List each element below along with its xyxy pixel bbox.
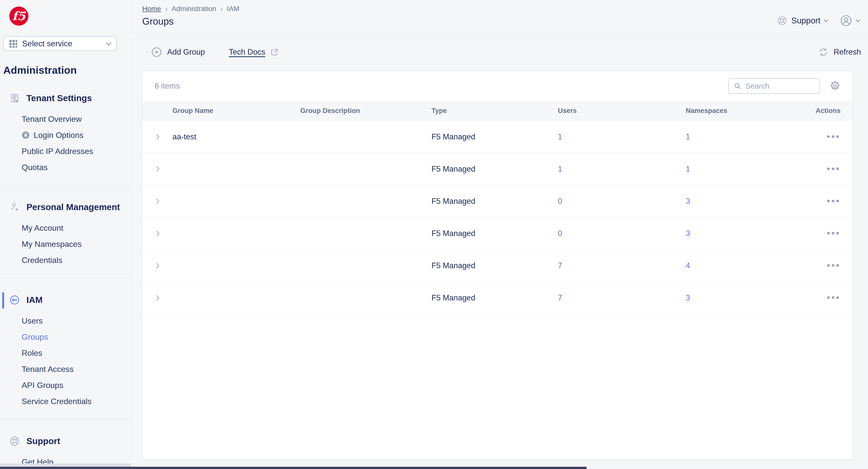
tenant-settings-nav: Tenant Overview Login Options Public IP … — [0, 111, 131, 175]
section-personal-management: Personal Management My Account My Namesp… — [0, 202, 131, 268]
column-group-description: Group Description — [300, 107, 432, 115]
section-header-iam[interactable]: IAM — [0, 295, 131, 305]
row-actions-button[interactable]: ••• — [808, 164, 841, 174]
expand-chevron-icon[interactable] — [155, 261, 161, 270]
groups-table-card: 6 items Gr — [142, 71, 853, 460]
sidebar-item-login-options[interactable]: Login Options — [0, 127, 131, 143]
section-header-personal-management[interactable]: Personal Management — [0, 202, 131, 212]
tech-docs-link[interactable]: Tech Docs — [229, 47, 279, 57]
namespaces-count-link[interactable]: 1 — [686, 132, 808, 141]
support-menu-label: Support — [791, 16, 820, 25]
sidebar-item-api-groups[interactable]: API Groups — [0, 377, 131, 393]
search-box[interactable] — [728, 78, 820, 94]
sidebar-item-quotas[interactable]: Quotas — [0, 159, 131, 175]
users-count-link[interactable]: 1 — [558, 165, 686, 174]
account-menu[interactable] — [840, 14, 860, 27]
row-actions-button[interactable]: ••• — [808, 292, 841, 303]
sidebar-item-tenant-access[interactable]: Tenant Access — [0, 361, 131, 377]
sidebar-item-roles[interactable]: Roles — [0, 345, 131, 361]
lifebuoy-icon — [777, 15, 787, 26]
row-actions-button[interactable]: ••• — [808, 260, 841, 271]
namespaces-count-link[interactable]: 3 — [686, 197, 808, 206]
column-users: Users — [558, 107, 686, 115]
users-count-link[interactable]: 0 — [558, 197, 686, 206]
f5-logo[interactable]: f5 — [9, 6, 28, 26]
group-type: F5 Managed — [432, 229, 558, 238]
group-type: F5 Managed — [432, 197, 558, 206]
breadcrumb-home[interactable]: Home — [142, 5, 161, 13]
column-namespaces: Namespaces — [686, 107, 808, 115]
namespaces-count-link[interactable]: 3 — [686, 229, 808, 238]
key-icon — [9, 295, 20, 305]
sidebar-item-my-namespaces[interactable]: My Namespaces — [0, 236, 131, 252]
table-row: aa-test F5 Managed 1 1 ••• — [143, 121, 852, 153]
breadcrumb-administration[interactable]: Administration — [172, 5, 216, 13]
group-type: F5 Managed — [432, 293, 558, 302]
building-gear-icon — [9, 93, 20, 103]
service-selector[interactable]: Select service — [3, 36, 117, 51]
section-header-tenant-settings[interactable]: Tenant Settings — [0, 93, 131, 103]
group-name-redacted — [173, 293, 300, 302]
sidebar-item-tenant-overview[interactable]: Tenant Overview — [0, 111, 131, 127]
users-count-link[interactable]: 7 — [558, 261, 686, 270]
refresh-label: Refresh — [834, 47, 861, 57]
iam-nav: Users Groups Roles Tenant Access API Gro… — [0, 313, 131, 409]
users-count-link[interactable]: 0 — [558, 229, 686, 238]
lifebuoy-icon — [9, 436, 20, 446]
expand-chevron-icon[interactable] — [155, 132, 161, 141]
support-menu[interactable]: Support — [777, 15, 828, 26]
namespaces-count-link[interactable]: 1 — [686, 165, 808, 174]
service-selector-label: Select service — [22, 39, 72, 48]
expand-chevron-icon[interactable] — [155, 293, 161, 302]
refresh-button[interactable]: Refresh — [818, 47, 861, 57]
section-label: Tenant Settings — [26, 93, 92, 103]
breadcrumb-iam[interactable]: IAM — [227, 5, 239, 13]
circle-plus-icon — [151, 46, 162, 58]
group-type: F5 Managed — [432, 261, 558, 270]
top-right-menus: Support — [777, 8, 860, 33]
personal-management-nav: My Account My Namespaces Credentials — [0, 220, 131, 268]
add-group-button[interactable]: Add Group — [151, 46, 205, 58]
sidebar-item-public-ip-addresses[interactable]: Public IP Addresses — [0, 143, 131, 159]
sidebar-item-service-credentials[interactable]: Service Credentials — [0, 393, 131, 409]
namespaces-count-link[interactable]: 3 — [686, 293, 808, 302]
sidebar-divider — [0, 419, 131, 419]
external-link-icon — [270, 47, 279, 57]
row-actions-button[interactable]: ••• — [808, 196, 841, 207]
users-count-link[interactable]: 1 — [558, 132, 686, 141]
row-actions-button[interactable]: ••• — [808, 228, 841, 239]
section-label: Personal Management — [26, 202, 120, 212]
section-iam: IAM Users Groups Roles Tenant Access API… — [0, 295, 131, 409]
sidebar-item-users[interactable]: Users — [0, 313, 131, 329]
table-row: F5 Managed 7 3 ••• — [143, 282, 852, 314]
sidebar-item-credentials[interactable]: Credentials — [0, 252, 131, 268]
column-actions: Actions — [808, 107, 841, 115]
sidebar-item-groups[interactable]: Groups — [0, 329, 131, 345]
table-settings-gear-icon[interactable] — [830, 80, 841, 92]
namespaces-count-link[interactable]: 4 — [686, 261, 808, 270]
sidebar-bottom-strip — [0, 464, 131, 467]
group-name-redacted — [173, 197, 300, 206]
group-name: aa-test — [173, 132, 300, 141]
column-type: Type — [432, 107, 558, 115]
section-header-support[interactable]: Support — [0, 436, 131, 446]
sidebar-item-my-account[interactable]: My Account — [0, 220, 131, 236]
items-count: 6 items — [155, 81, 180, 91]
sidebar-item-label: Login Options — [34, 131, 83, 140]
bottom-bar — [0, 467, 587, 469]
search-input[interactable] — [745, 82, 815, 90]
page-toolbar: Add Group Tech Docs — [131, 33, 868, 71]
expand-chevron-icon[interactable] — [155, 165, 161, 174]
person-gear-icon — [9, 202, 20, 212]
search-icon — [733, 82, 742, 90]
app-root: f5 Select service Administration Tenant … — [0, 0, 868, 469]
users-count-link[interactable]: 7 — [558, 293, 686, 302]
expand-chevron-icon[interactable] — [155, 197, 161, 206]
group-name-redacted — [173, 229, 300, 238]
chevron-right-icon: › — [220, 4, 223, 13]
expand-chevron-icon[interactable] — [155, 229, 161, 238]
row-actions-button[interactable]: ••• — [808, 131, 841, 142]
add-group-label: Add Group — [167, 47, 205, 57]
chevron-right-icon: › — [165, 4, 168, 13]
refresh-icon — [818, 47, 829, 57]
